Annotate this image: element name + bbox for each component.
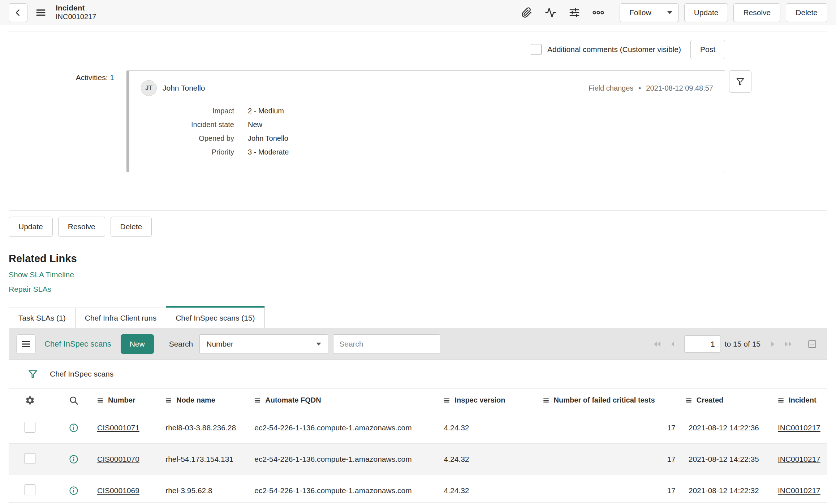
field-value: John Tonello [248, 134, 288, 143]
repair-slas-link[interactable]: Repair SLAs [9, 285, 836, 294]
collapse-square-icon [807, 339, 817, 349]
table-row: CIS0001069 rhel-3.95.62.8 ec2-54-226-1-1… [9, 475, 827, 503]
incident-link[interactable]: INC0010217 [778, 486, 820, 495]
list-filter-button[interactable] [27, 368, 39, 380]
info-icon[interactable] [69, 454, 79, 464]
scan-number-link[interactable]: CIS0001071 [97, 423, 139, 432]
activity-event-type: Field changes [589, 84, 634, 92]
column-header-automate-fqdn[interactable]: Automate FQDN [254, 388, 443, 412]
column-menu-icon [543, 397, 550, 404]
search-field-select[interactable]: Number [199, 334, 328, 354]
update-button[interactable]: Update [684, 3, 728, 22]
column-header-created[interactable]: Created [685, 388, 777, 412]
automate-fqdn-cell: ec2-54-226-1-136.compute-1.amazonaws.com [254, 444, 443, 475]
next-page-button[interactable] [766, 336, 781, 352]
chevron-left-icon [13, 8, 23, 17]
column-header-node-name[interactable]: Node name [165, 388, 254, 412]
show-sla-timeline-link[interactable]: Show SLA Timeline [9, 270, 836, 279]
tab-chef-infra-client-runs[interactable]: Chef Infra Client runs [75, 308, 166, 328]
column-header-inspec-version[interactable]: Inspec version [443, 388, 542, 412]
field-value: 3 - Moderate [248, 147, 289, 157]
context-menu-button[interactable] [33, 4, 49, 21]
scan-number-link[interactable]: CIS0001070 [97, 455, 139, 463]
form-header: Incident INC0010217 Follow [0, 0, 836, 25]
automate-fqdn-cell: ec2-54-226-1-136.compute-1.amazonaws.com [254, 475, 443, 503]
funnel-icon [27, 369, 38, 379]
delete-button[interactable]: Delete [786, 3, 827, 22]
record-title: Incident INC0010217 [56, 4, 96, 21]
row-select-checkbox[interactable] [25, 453, 35, 464]
failed-critical-tests-cell: 17 [542, 444, 685, 475]
row-select-checkbox[interactable] [25, 422, 35, 433]
list-search-input[interactable] [333, 334, 440, 354]
chef-inspec-scans-panel: Chef InSpec scans New Search Number to 1… [9, 328, 827, 503]
update-button-bottom[interactable]: Update [9, 217, 53, 237]
more-options-button[interactable] [590, 4, 607, 21]
column-header-incident[interactable]: Incident [777, 388, 827, 412]
column-header-failed-critical-tests[interactable]: Number of failed critical tests [542, 388, 685, 412]
scan-number-link[interactable]: CIS0001069 [97, 486, 139, 495]
collapse-list-button[interactable] [805, 336, 820, 352]
follow-dropdown-button[interactable] [661, 3, 679, 22]
resolve-button[interactable]: Resolve [733, 3, 780, 22]
previous-page-button[interactable] [665, 336, 680, 352]
resolve-button-bottom[interactable]: Resolve [58, 217, 105, 237]
back-button[interactable] [9, 3, 27, 22]
form-action-buttons: Update Resolve Delete [9, 217, 836, 237]
info-icon[interactable] [69, 486, 79, 496]
chevron-down-icon [316, 343, 321, 346]
double-chevron-right-icon [783, 340, 793, 348]
tab-task-slas[interactable]: Task SLAs (1) [9, 308, 76, 328]
delete-button-bottom[interactable]: Delete [111, 217, 152, 237]
info-icon[interactable] [69, 423, 79, 433]
incident-link[interactable]: INC0010217 [778, 455, 820, 463]
additional-comments-row: Additional comments (Customer visible) P… [9, 39, 725, 60]
field-value: New [248, 120, 262, 129]
chef-inspec-scans-table: Number Node name Automate FQDN [9, 388, 827, 503]
row-select-checkbox[interactable] [25, 485, 35, 495]
activity-filter-column [725, 70, 827, 172]
page-number-input[interactable] [684, 335, 720, 353]
column-menu-icon [686, 397, 692, 404]
customer-visible-checkbox[interactable] [531, 44, 542, 55]
breadcrumb: Chef InSpec scans [50, 370, 113, 378]
last-page-button[interactable] [781, 336, 796, 352]
related-links-section: Related Links Show SLA Timeline Repair S… [9, 253, 836, 294]
follow-button[interactable]: Follow [620, 3, 661, 22]
new-record-button[interactable]: New [121, 334, 154, 354]
activity-entry-header: JT John Tonello Field changes • 2021-08-… [141, 80, 713, 96]
list-settings-header[interactable] [9, 388, 51, 412]
column-header-label: Incident [789, 396, 816, 404]
field-change-row: Opened by John Tonello [141, 134, 713, 143]
attachment-button[interactable] [518, 4, 535, 21]
personalize-form-button[interactable] [566, 4, 583, 21]
more-options-icon [592, 6, 604, 19]
incident-link[interactable]: INC0010217 [778, 423, 820, 432]
post-button[interactable]: Post [690, 40, 725, 59]
chevron-left-icon [669, 340, 676, 348]
list-pagination: to 15 of 15 [650, 335, 820, 353]
column-header-label: Inspec version [454, 396, 505, 404]
table-header-row: Number Node name Automate FQDN [9, 388, 827, 412]
list-search-toggle-header[interactable] [51, 388, 96, 412]
column-menu-icon [165, 397, 172, 404]
search-icon [69, 395, 79, 405]
inspec-version-cell: 4.24.32 [443, 475, 542, 503]
field-changes-list: Impact 2 - Medium Incident state New Ope… [141, 106, 713, 157]
table-row: CIS0001071 rhel8-03-3.88.236.28 ec2-54-2… [9, 412, 827, 444]
column-menu-icon [97, 397, 104, 404]
avatar: JT [141, 80, 157, 96]
chevron-right-icon [770, 340, 777, 348]
activity-filter-button[interactable] [729, 70, 751, 93]
field-label: Impact [141, 106, 234, 116]
column-header-number[interactable]: Number [96, 388, 165, 412]
additional-comments-label: Additional comments (Customer visible) [547, 45, 681, 54]
inspec-version-cell: 4.24.32 [443, 444, 542, 475]
list-controls-button[interactable] [16, 334, 36, 354]
tab-chef-inspec-scans[interactable]: Chef InSpec scans (15) [166, 306, 264, 328]
hamburger-icon [21, 339, 31, 349]
gear-icon [25, 395, 35, 405]
first-page-button[interactable] [650, 336, 665, 352]
table-row: CIS0001070 rhel-54.173.154.131 ec2-54-22… [9, 444, 827, 475]
activity-stream-button[interactable] [542, 4, 559, 21]
